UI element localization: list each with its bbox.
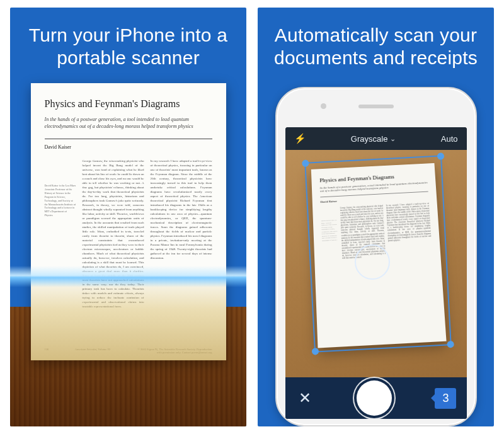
phone-earpiece bbox=[358, 105, 394, 108]
auto-capture-toggle[interactable]: Auto bbox=[441, 134, 458, 144]
page-count-badge[interactable]: 3 bbox=[435, 388, 456, 409]
crop-handle-bl[interactable] bbox=[311, 348, 319, 355]
phone-screen: ⚡ Grayscale ⌄ Auto Physics and Feynman's… bbox=[285, 127, 467, 419]
color-mode-label: Grayscale bbox=[351, 134, 388, 144]
scanned-page: Physics and Feynman's Diagrams In the ha… bbox=[31, 83, 226, 360]
color-mode-selector[interactable]: Grayscale ⌄ bbox=[351, 134, 396, 144]
flash-toggle[interactable]: ⚡ bbox=[294, 133, 306, 144]
doc-sidebar-bio: David Kaiser is the Leo Marx Associate P… bbox=[45, 159, 76, 309]
promo-panel-autoscan: Automatically scan your documents and re… bbox=[258, 8, 494, 426]
detected-document: Physics and Feynman's Diagrams In the ha… bbox=[311, 163, 446, 348]
close-button[interactable]: ✕ bbox=[295, 389, 314, 407]
crop-handle-tl[interactable] bbox=[302, 160, 309, 168]
document-preview: Physics and Feynman's Diagrams In the ha… bbox=[10, 83, 246, 426]
divider bbox=[45, 139, 212, 139]
doc-footer-pagenum: 156 bbox=[45, 348, 49, 354]
doc-col-2: In my research I have adopted a tool's-e… bbox=[151, 159, 212, 309]
doc-col-1: George Gamow, the wisecracking physicist… bbox=[83, 159, 144, 309]
scanner-bottom-toolbar: ✕ 3 bbox=[285, 377, 467, 419]
iphone-mockup: ⚡ Grayscale ⌄ Auto Physics and Feynman's… bbox=[275, 87, 477, 426]
scanner-top-toolbar: ⚡ Grayscale ⌄ Auto bbox=[285, 127, 467, 150]
camera-viewport[interactable]: Physics and Feynman's Diagrams In the ha… bbox=[285, 150, 467, 377]
doc-title: Physics and Feynman's Diagrams bbox=[45, 98, 212, 110]
headline-left: Turn your iPhone into a portable scanner bbox=[10, 8, 246, 83]
doc-footer-rights: © 2005 Sigma Xi, The Scientific Research… bbox=[136, 348, 212, 354]
doc-subtitle: In the hands of a postwar generation, a … bbox=[45, 116, 212, 130]
crop-handle-tr[interactable] bbox=[437, 152, 444, 160]
crop-handle-br[interactable] bbox=[447, 341, 454, 348]
detected-doc-subtitle: In the hands of a postwar generation, a … bbox=[319, 181, 428, 192]
doc-footer-journal: American Scientist, Volume 93 bbox=[75, 348, 110, 354]
doc-author: David Kaiser bbox=[45, 144, 212, 150]
shutter-button[interactable] bbox=[357, 380, 392, 416]
headline-right: Automatically scan your documents and re… bbox=[258, 8, 494, 83]
chevron-down-icon: ⌄ bbox=[390, 135, 396, 143]
promo-panel-scanner: Turn your iPhone into a portable scanner… bbox=[10, 8, 246, 426]
phone-front-camera bbox=[321, 103, 326, 109]
